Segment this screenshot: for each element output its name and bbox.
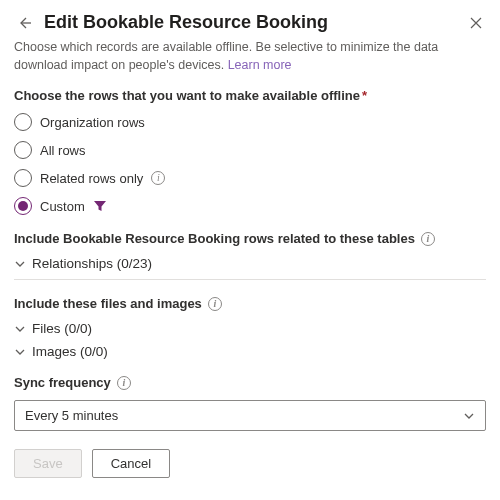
sync-frequency-label: Sync frequency i	[14, 375, 486, 390]
info-icon[interactable]: i	[151, 171, 165, 185]
radio-related-rows-only[interactable]: Related rows only i	[14, 169, 486, 187]
radio-custom[interactable]: Custom	[14, 197, 486, 215]
radio-icon	[14, 113, 32, 131]
page-subtitle: Choose which records are available offli…	[14, 39, 486, 74]
radio-icon	[14, 169, 32, 187]
files-images-label: Include these files and images i	[14, 296, 486, 311]
files-expander[interactable]: Files (0/0)	[14, 321, 486, 336]
info-icon[interactable]: i	[421, 232, 435, 246]
filter-icon[interactable]	[93, 199, 107, 213]
radio-all-rows[interactable]: All rows	[14, 141, 486, 159]
relationships-expander[interactable]: Relationships (0/23)	[14, 256, 486, 271]
chevron-down-icon	[14, 258, 26, 270]
page-title: Edit Bookable Resource Booking	[44, 12, 456, 33]
radio-icon	[14, 197, 32, 215]
info-icon[interactable]: i	[208, 297, 222, 311]
info-icon[interactable]: i	[117, 376, 131, 390]
radio-organization-rows[interactable]: Organization rows	[14, 113, 486, 131]
cancel-button[interactable]: Cancel	[92, 449, 170, 478]
save-button: Save	[14, 449, 82, 478]
divider	[14, 279, 486, 280]
chevron-down-icon	[463, 410, 475, 422]
radio-icon	[14, 141, 32, 159]
rows-group-label: Choose the rows that you want to make av…	[14, 88, 486, 103]
learn-more-link[interactable]: Learn more	[228, 58, 292, 72]
related-tables-label: Include Bookable Resource Booking rows r…	[14, 231, 486, 246]
back-arrow-icon[interactable]	[14, 13, 34, 33]
sync-frequency-select[interactable]: Every 5 minutes	[14, 400, 486, 431]
images-expander[interactable]: Images (0/0)	[14, 344, 486, 359]
chevron-down-icon	[14, 346, 26, 358]
chevron-down-icon	[14, 323, 26, 335]
close-icon[interactable]	[466, 13, 486, 33]
